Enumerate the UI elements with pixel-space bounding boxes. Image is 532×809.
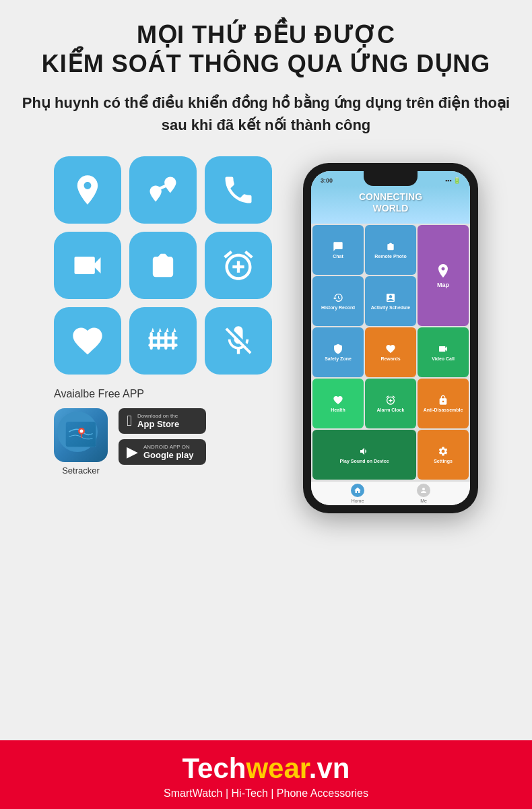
svg-rect-7 (148, 337, 177, 339)
fence-icon-tile (129, 307, 197, 375)
bottom-profile-icon[interactable]: Me (417, 484, 430, 503)
phone-time: 3:00 (321, 177, 333, 184)
setracker-label: Setracker (62, 465, 100, 476)
app-cell-activity[interactable]: Activity Schedule (365, 276, 416, 326)
app-cell-settings[interactable]: Settings (418, 430, 469, 480)
appstore-big-text: App Store (137, 419, 179, 430)
phone-notch (364, 171, 418, 186)
feature-icon-grid (54, 156, 272, 375)
headline-line2: KIỂM SOÁT THÔNG QUA ỨNG DỤNG (42, 50, 491, 77)
route-icon-tile (129, 156, 197, 224)
brand-vn: .vn (309, 752, 350, 784)
mic-off-icon (221, 323, 256, 358)
setracker-app-icon: Setracker (54, 408, 108, 476)
camera-icon (145, 248, 180, 283)
footer-brand: Techwear.vn (13, 752, 519, 785)
left-panel: Avaialbe Free APP (54, 156, 296, 476)
svg-point-16 (80, 430, 84, 433)
connecting-world-title: CONNECTING WORLD (318, 191, 463, 214)
video-camera-icon (70, 248, 105, 283)
svg-rect-4 (157, 332, 160, 350)
bottom-home-icon[interactable]: Home (351, 484, 364, 503)
app-cell-chat[interactable]: Chat (312, 225, 364, 275)
app-cell-play-sound[interactable]: Play Sound on Device (312, 430, 416, 480)
headline: MỌI THỨ ĐỀU ĐƯỢC KIỂM SOÁT THÔNG QUA ỨNG… (42, 20, 491, 78)
headline-line1: MỌI THỨ ĐỀU ĐƯỢC (137, 21, 395, 48)
app-cell-remote-photo[interactable]: Remote Photo (365, 225, 416, 275)
svg-marker-10 (159, 328, 162, 333)
heart-icon (70, 323, 105, 358)
brand-wear: wear (246, 752, 308, 784)
svg-marker-9 (152, 328, 154, 333)
googleplay-button[interactable]: ▶ ANDROID APP ON Google play (119, 439, 206, 465)
setracker-map-icon (64, 418, 98, 452)
googleplay-small-text: ANDROID APP ON (143, 444, 193, 451)
brand-tech: Tech (182, 752, 246, 784)
available-label: Avaialbe Free APP (54, 388, 144, 400)
svg-rect-5 (164, 332, 167, 350)
apple-icon:  (127, 412, 132, 430)
mic-off-icon-tile (205, 307, 272, 375)
heart-icon-tile (54, 307, 121, 375)
store-buttons:  Download on the App Store ▶ ANDROID AP… (119, 408, 206, 465)
footer: Techwear.vn SmartWatch | Hi-Tech | Phone… (0, 740, 532, 809)
phone-mockup: 3:00 ▪▪▪ 🔋 CONNECTING WORLD Chat (303, 163, 478, 513)
app-title-line1: CONNECTING (359, 191, 422, 202)
appstore-small-text: Download on the (137, 413, 179, 420)
app-download-row: Setracker  Download on the App Store ▶ … (54, 408, 206, 476)
phone-screen: 3:00 ▪▪▪ 🔋 CONNECTING WORLD Chat (311, 171, 470, 505)
phone-signal-icons: ▪▪▪ 🔋 (445, 177, 461, 184)
footer-tagline: SmartWatch | Hi-Tech | Phone Accessories (13, 787, 519, 800)
subtext: Phụ huynh có thể điều khiển đồng hồ bằng… (13, 92, 519, 136)
svg-point-2 (152, 188, 160, 195)
location-icon (70, 172, 105, 207)
svg-rect-3 (150, 332, 153, 350)
svg-rect-8 (148, 344, 177, 347)
app-cell-safety-zone[interactable]: Safety Zone (312, 327, 364, 377)
alarm-clock-icon (221, 248, 256, 283)
svg-marker-12 (173, 328, 176, 333)
svg-rect-6 (172, 332, 174, 350)
phone-bottom-bar: Home Me (311, 481, 470, 505)
googleplay-text: ANDROID APP ON Google play (143, 444, 193, 461)
app-cell-video-call[interactable]: Video Call (418, 327, 469, 377)
phone-app-header: CONNECTING WORLD (311, 186, 470, 224)
location-icon-tile (54, 156, 121, 224)
googleplay-big-text: Google play (143, 450, 193, 461)
lower-section: Avaialbe Free APP (13, 156, 519, 513)
app-cell-history[interactable]: History Record (312, 276, 364, 326)
phone-icon (221, 172, 256, 207)
fence-icon (145, 323, 180, 358)
setracker-icon-image (54, 408, 108, 462)
app-cell-alarm[interactable]: Alarm Clock (365, 379, 416, 428)
main-content: MỌI THỨ ĐỀU ĐƯỢC KIỂM SOÁT THÔNG QUA ỨNG… (0, 0, 532, 740)
app-cell-rewards[interactable]: Rewards (365, 327, 416, 377)
appstore-button[interactable]:  Download on the App Store (119, 408, 206, 434)
route-icon (145, 172, 180, 207)
clock-icon-tile (205, 232, 272, 299)
app-cell-map[interactable]: Map (418, 225, 469, 326)
camera-icon-tile (129, 232, 197, 299)
play-icon: ▶ (127, 443, 138, 461)
app-cell-health[interactable]: Health (312, 379, 364, 428)
svg-point-1 (166, 179, 174, 187)
video-icon-tile (54, 232, 121, 299)
svg-marker-11 (166, 328, 168, 333)
app-cell-anti-disassemble[interactable]: Anti-Disassemble (418, 379, 469, 428)
app-title-line2: WORLD (373, 203, 409, 214)
phone-icon-tile (205, 156, 272, 224)
appstore-text: Download on the App Store (137, 413, 179, 430)
